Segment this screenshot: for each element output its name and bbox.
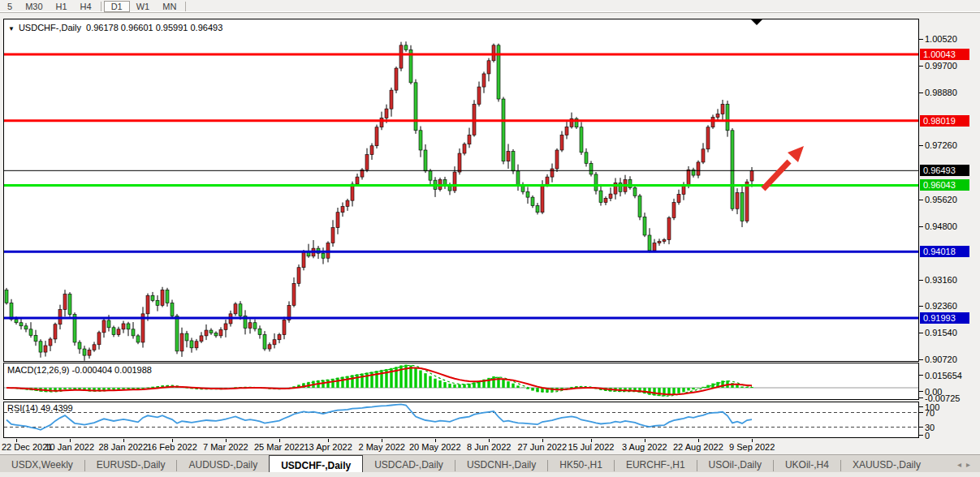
price-tick-label: 0.95620 <box>925 195 957 204</box>
price-tick <box>919 39 923 40</box>
price-tick <box>919 145 923 146</box>
rsi-name: RSI(14) <box>7 403 38 413</box>
date-label: 15 Jul 2022 <box>568 442 615 452</box>
price-tick-label: 0.93160 <box>925 275 957 285</box>
date-label: 13 Apr 2022 <box>304 442 352 452</box>
price-tick <box>919 306 923 307</box>
macd-value-1: -0.000404 <box>71 365 112 375</box>
price-tick <box>919 92 923 93</box>
tab-scroll-arrows[interactable]: ◂▸ <box>957 460 975 469</box>
tab-bar-lower-strip <box>0 472 980 477</box>
macd-axis-tick <box>919 375 923 376</box>
price-tick <box>919 226 923 227</box>
chart-title: ▼USDCHF-,Daily 0.96178 0.96601 0.95991 0… <box>8 23 222 32</box>
date-label: 3 Aug 2022 <box>622 442 667 452</box>
rsi-indicator-label: RSI(14) 49.4399 <box>7 403 73 413</box>
price-tick-label: 0.92360 <box>925 301 957 311</box>
price-tick-label: 0.91540 <box>925 328 957 337</box>
price-tick-label: 0.94800 <box>925 221 957 231</box>
timeframe-button-h4[interactable]: H4 <box>74 1 98 12</box>
price-tick-label: 1.00520 <box>925 34 957 44</box>
date-label: 28 Jan 2022 <box>99 442 149 452</box>
toolbar-separator <box>101 2 101 11</box>
chart-symbol-period: USDCHF-,Daily <box>19 23 81 32</box>
price-line-badge: 0.98019 <box>920 115 969 127</box>
terminal-window: 5M30H1H4D1W1MN ▼USDCHF-,Daily 0.96178 0.… <box>0 0 980 477</box>
toolbar-separator <box>185 2 186 11</box>
date-label: 22 Aug 2022 <box>673 442 723 452</box>
price-tick <box>919 200 923 200</box>
price-line-badge: 0.96493 <box>920 165 969 176</box>
rsi-axis-tick <box>919 406 923 407</box>
rsi-axis-tick <box>919 435 923 436</box>
date-label: 27 Jun 2022 <box>518 442 568 452</box>
date-label: 25 Mar 2022 <box>254 442 304 452</box>
date-label: 20 May 2022 <box>409 442 461 452</box>
date-label: 10 Jan 2022 <box>45 442 95 452</box>
price-tick <box>919 359 923 360</box>
timeframe-button-d1[interactable]: D1 <box>104 1 130 12</box>
time-scale[interactable]: 22 Dec 202110 Jan 202228 Jan 202216 Feb … <box>0 439 980 454</box>
timeframe-button-5[interactable]: 5 <box>1 1 19 12</box>
date-label: 9 Sep 2022 <box>729 442 775 452</box>
price-tick <box>919 66 923 67</box>
macd-name: MACD(12,26,9) <box>7 365 69 375</box>
rsi-axis-tick <box>919 427 923 428</box>
price-tick-label: 0.90720 <box>925 355 957 364</box>
date-label: 2 May 2022 <box>359 442 405 452</box>
date-label: 16 Feb 2022 <box>147 442 197 452</box>
price-line-badge: 1.00043 <box>920 49 969 60</box>
rsi-panel[interactable] <box>3 402 919 438</box>
macd-axis-tick <box>919 391 923 392</box>
price-line-badge: 0.96043 <box>920 179 969 191</box>
rsi-axis-tick <box>919 412 923 413</box>
date-label: 8 Jun 2022 <box>467 442 511 452</box>
price-tick <box>919 333 923 333</box>
timeframe-button-w1[interactable]: W1 <box>130 1 157 12</box>
macd-axis-tick <box>919 398 923 398</box>
price-tick-label: 0.97260 <box>925 140 957 150</box>
chart-dropdown-icon[interactable]: ▼ <box>8 25 15 32</box>
rsi-axis-label: 70 <box>925 408 935 418</box>
macd-indicator-label: MACD(12,26,9) -0.000404 0.001988 <box>7 365 152 375</box>
timeframe-button-mn[interactable]: MN <box>156 1 183 12</box>
price-line-badge: 0.91993 <box>920 312 969 324</box>
macd-axis-label: 0.015654 <box>925 371 962 380</box>
price-tick <box>919 280 923 281</box>
macd-value-2: 0.001988 <box>114 365 152 375</box>
price-tick-label: 0.99700 <box>925 61 957 71</box>
timeframe-button-h1[interactable]: H1 <box>50 1 74 12</box>
timeframe-toolbar: 5M30H1H4D1W1MN <box>0 0 980 13</box>
price-tick-label: 0.98880 <box>925 88 957 97</box>
date-label: 7 Mar 2022 <box>203 442 248 452</box>
tab-scroll-left-icon[interactable]: ◂ <box>957 460 966 469</box>
chart-ohlc-values: 0.96178 0.96601 0.95991 0.96493 <box>86 23 222 32</box>
timeframe-button-m30[interactable]: M30 <box>19 1 49 12</box>
rsi-value: 49.4399 <box>41 403 73 413</box>
price-chart-panel[interactable] <box>3 19 919 362</box>
tab-scroll-right-icon[interactable]: ▸ <box>966 460 975 469</box>
price-line-badge: 0.94018 <box>920 246 969 257</box>
